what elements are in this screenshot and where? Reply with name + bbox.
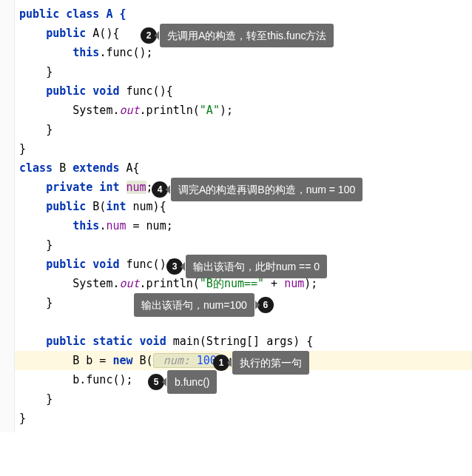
t: public void [46,84,119,98]
code-line: } [19,389,472,409]
t: A(){ [86,27,119,40]
t: + [264,277,284,290]
callout-1: 执行的第一句 [232,351,309,375]
t: .println( [140,277,200,290]
t: B b = [73,354,112,367]
param-hint: num: [157,354,197,367]
code-line: } [19,139,472,158]
t: public void [46,258,119,271]
callout-2: 先调用A的构造，转至this.func方法 [160,24,334,47]
code-line: B b = new B( num: 100); 1 执行的第一句 [19,351,472,370]
t: } [46,296,53,309]
annotation-5: 5 b.func() [145,370,217,394]
callout-5: b.func() [167,370,217,394]
t: B( [133,354,153,367]
code-line: public class A { [19,4,472,24]
t: this [73,219,99,232]
code-line: this.num = num; [19,216,472,235]
code-line: public A(){ 2 先调用A的构造，转至this.func方法 [19,24,472,43]
t: out [119,104,139,117]
t: public [46,27,86,40]
callout-4: 调完A的构造再调B的构造，num = 100 [171,178,363,201]
code-line: System.out.println("A"); [19,101,472,120]
callout-3: 输出该语句，此时num == 0 [186,255,327,278]
code-line: public void func(){ [19,81,472,101]
code-line: } 输出该语句，num=100 6 [19,293,472,312]
t: new [112,354,132,367]
t: main(String[] args) { [166,335,314,348]
t: } [19,142,26,155]
t: System. [73,104,119,117]
t: } [46,392,53,406]
code-line: private int num; 4 调完A的构造再调B的构造，num = 10… [19,178,472,197]
callout-6: 输出该语句，num=100 [134,293,254,317]
annotation-3: 3 输出该语句，此时num == 0 [163,255,327,278]
t: } [46,123,53,136]
t: num [106,219,126,232]
editor-gutter [0,0,15,432]
t: } [46,65,53,78]
annotation-1: 1 执行的第一句 [210,351,309,375]
t: num){ [127,200,166,213]
t: B [53,161,73,175]
t: int [106,200,126,213]
t: class [19,161,53,175]
code-editor: public class A { public A(){ 2 先调用A的构造，转… [19,4,472,428]
code-line: class B extends A{ [19,158,472,178]
t: num [284,277,304,290]
t: public [46,200,86,213]
annotation-6: 输出该语句，num=100 6 [134,293,277,317]
t: "A" [200,104,220,117]
t: func(){ [119,84,172,98]
code-line: public void func(){ 3 输出该语句，此时num == 0 [19,255,472,274]
annotation-4: 4 调完A的构造再调B的构造，num = 100 [149,178,363,201]
t: .println( [140,104,200,117]
t: ); [304,277,317,290]
t: } [46,238,53,252]
t: out [119,277,139,290]
t: = num; [127,219,173,232]
t: } [19,412,26,425]
t: A{ [119,161,139,175]
t: extends [73,161,119,175]
t: ); [220,104,233,117]
badge-6: 6 [257,297,274,313]
t: num [127,181,146,194]
code-line: } [19,409,472,428]
t: b.func(); [73,373,132,386]
t: this [73,46,99,59]
t: public class A { [19,7,127,21]
t: .func(); [99,46,152,59]
t: "B的num==" [200,277,264,290]
t: public static void [46,335,166,348]
t: System. [73,277,119,290]
code-line: } [19,235,472,255]
annotation-2: 2 先调用A的构造，转至this.func方法 [138,24,334,47]
code-line: public static void main(String[] args) { [19,332,472,351]
code-line: } [19,62,472,81]
t: B( [86,200,106,213]
t: private int [46,181,126,194]
code-line: } [19,120,472,139]
